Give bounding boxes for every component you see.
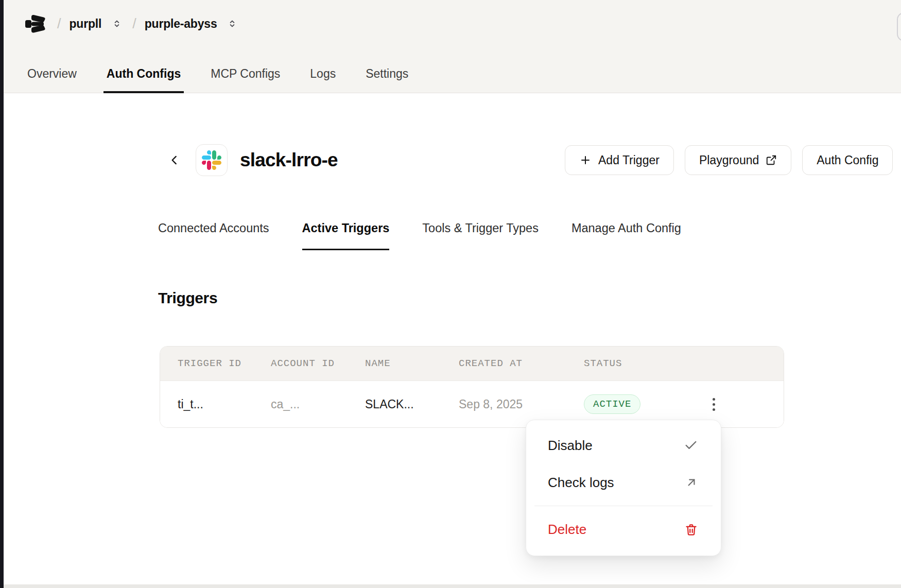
breadcrumb-separator: / (132, 16, 136, 32)
topbar-clipped-button[interactable] (897, 12, 901, 41)
detail-tabs: Connected Accounts Active Triggers Tools… (158, 221, 681, 250)
chevron-up-down-icon (227, 18, 237, 29)
tab-logs[interactable]: Logs (307, 67, 339, 93)
tab-mcp-configs[interactable]: MCP Configs (207, 67, 283, 93)
table-header-row: TRIGGER ID ACCOUNT ID NAME CREATED AT ST… (160, 347, 784, 381)
header-actions: Add Trigger Playground Auth Config (565, 145, 893, 175)
composio-logo-icon[interactable] (24, 11, 49, 36)
org-selector-button[interactable] (110, 16, 124, 31)
subtab-tools-trigger-types[interactable]: Tools & Trigger Types (422, 221, 539, 250)
triggers-table: TRIGGER ID ACCOUNT ID NAME CREATED AT ST… (160, 346, 784, 428)
column-header-name: NAME (365, 358, 459, 369)
arrow-up-right-icon (685, 476, 698, 489)
breadcrumb: / purpll / purple-abyss (24, 9, 239, 38)
page-header: slack-lrro-e (166, 143, 338, 177)
cell-status: ACTIVE (584, 394, 784, 414)
chevron-left-icon (168, 153, 181, 167)
cell-created-at: Sep 8, 2025 (459, 397, 584, 411)
subtab-connected-accounts[interactable]: Connected Accounts (158, 221, 269, 250)
back-button[interactable] (166, 151, 183, 169)
breadcrumb-separator: / (57, 16, 61, 32)
external-link-icon (766, 154, 777, 166)
subtab-active-triggers[interactable]: Active Triggers (302, 221, 390, 250)
tab-auth-configs[interactable]: Auth Configs (103, 67, 184, 93)
column-header-status: STATUS (584, 358, 784, 369)
topbar: / purpll / purple-abyss Overview Auth Co… (4, 0, 901, 93)
kebab-dot (713, 403, 715, 406)
playground-label: Playground (699, 153, 759, 167)
kebab-dot (713, 408, 715, 411)
playground-button[interactable]: Playground (685, 145, 791, 175)
auth-config-label: Auth Config (817, 153, 878, 167)
disable-label: Disable (548, 438, 593, 454)
page-title: slack-lrro-e (240, 149, 338, 171)
window-bottom-edge (4, 584, 901, 588)
subtab-manage-auth-config[interactable]: Manage Auth Config (571, 221, 681, 250)
trash-icon (684, 523, 698, 537)
row-actions-kebab-button[interactable] (704, 393, 723, 416)
tab-settings[interactable]: Settings (362, 67, 411, 93)
add-trigger-label: Add Trigger (598, 153, 660, 167)
tab-overview[interactable]: Overview (24, 67, 80, 93)
cell-trigger-id: ti_t... (178, 397, 271, 411)
breadcrumb-org[interactable]: purpll (70, 17, 102, 31)
project-selector-button[interactable] (225, 16, 239, 31)
primary-tabs: Overview Auth Configs MCP Configs Logs S… (24, 67, 411, 93)
check-icon (684, 438, 698, 453)
cell-name: SLACK... (365, 397, 459, 411)
auth-config-button[interactable]: Auth Config (802, 145, 893, 175)
menu-divider (534, 506, 713, 506)
plus-icon (579, 154, 592, 166)
cell-account-id: ca_... (271, 397, 365, 411)
column-header-created-at: CREATED AT (459, 358, 584, 369)
chevron-up-down-icon (112, 18, 122, 29)
section-title: Triggers (158, 289, 217, 307)
column-header-trigger-id: TRIGGER ID (178, 358, 271, 369)
window-edge (0, 0, 4, 588)
check-logs-label: Check logs (548, 475, 614, 491)
add-trigger-button[interactable]: Add Trigger (565, 145, 674, 175)
breadcrumb-project[interactable]: purple-abyss (145, 17, 217, 31)
row-actions-menu: Disable Check logs Delete (526, 420, 721, 556)
menu-item-check-logs[interactable]: Check logs (526, 464, 721, 501)
slack-icon (202, 150, 221, 170)
column-header-account-id: ACCOUNT ID (271, 358, 365, 369)
menu-item-disable[interactable]: Disable (526, 427, 721, 464)
delete-label: Delete (548, 522, 586, 538)
kebab-dot (713, 398, 715, 401)
app-icon-container (196, 144, 228, 176)
status-badge: ACTIVE (584, 394, 640, 414)
menu-item-delete[interactable]: Delete (526, 511, 721, 548)
